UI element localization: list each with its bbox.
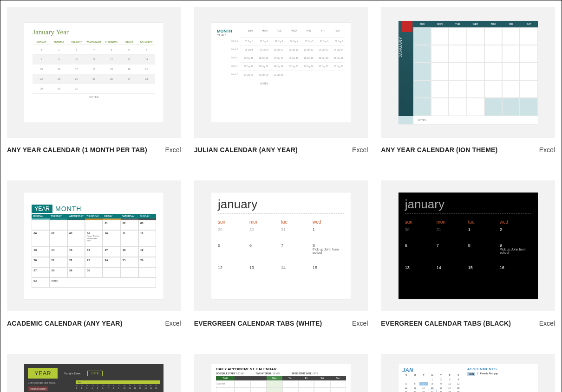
template-thumb: DAILY APPOINTMENT CALENDAR SCHEDULE STAR… [194,354,368,392]
notes-label: NOTES [413,116,538,124]
year-label: YEAR [32,205,52,213]
year-tab [402,21,412,32]
template-title: JULIAN CALENDAR (ANY YEAR) [194,146,298,154]
template-card-ion[interactable]: JANUARY SUNMONTUEWEDTHUFRISAT NOTES ANY … [381,7,555,173]
template-app: Excel [352,146,368,154]
template-card-any-year-1mo[interactable]: January Year SUNDAYMONDAYTUESDAYWEDNESDA… [7,7,181,173]
date-value: DATE [87,371,103,376]
month-label: JAN [402,367,463,373]
template-title: ANY YEAR CALENDAR (1 MONTH PER TAB) [7,146,147,154]
template-thumb: JAN SMTWTFS12345678910111213141516171819… [381,354,555,392]
template-app: Excel [165,146,181,154]
template-card-daily-appointment[interactable]: DAILY APPOINTMENT CALENDAR SCHEDULE STAR… [194,354,368,392]
template-card-any-year-custom[interactable]: YEAR Today's Date: DATE Enter calendar y… [7,354,181,392]
template-app: Excel [539,320,555,327]
template-thumb: January Year SUNDAYMONDAYTUESDAYWEDNESDA… [7,7,181,138]
month-label: MONTH [55,205,81,212]
enter-year-hint: Enter calendar year above. [28,381,67,384]
calendar-title: DAILY APPOINTMENT CALENDAR [216,367,346,371]
template-card-evergreen-white[interactable]: january sunmontuewed29303115678Pick up J… [194,180,368,347]
year-label: YEAR [217,33,243,37]
template-thumb: january sunmontuewed3031126789Pick up Jo… [381,180,555,311]
mini-month: Jan [76,380,160,384]
cal-title: january [405,197,531,212]
template-app: Excel [539,146,555,154]
template-thumb: january sunmontuewed29303115678Pick up J… [194,180,368,311]
template-grid: January Year SUNDAYMONDAYTUESDAYWEDNESDA… [7,7,555,392]
template-title: ACADEMIC CALENDAR (ANY YEAR) [7,320,123,327]
template-thumb: YEAR Today's Date: DATE Enter calendar y… [7,354,181,392]
template-app: Excel [352,320,368,327]
template-title: EVERGREEN CALENDAR TABS (WHITE) [194,320,322,327]
template-card-evergreen-black[interactable]: january sunmontuewed3031126789Pick up Jo… [381,180,555,347]
todays-date-label: Today's Date: [64,372,81,375]
important-dates-label: Important Dates [28,386,48,391]
template-thumb: YEAR MONTH MONDAYTUESDAYWEDNESDAYTHURSDA… [7,180,181,311]
template-card-julian[interactable]: MONTH YEAR SUNMONTUEWEDTHUFRISAT Week 10… [194,7,368,173]
template-thumb: JANUARY SUNMONTUEWEDTHUFRISAT NOTES [381,7,555,138]
template-app: Excel [165,320,181,327]
year-label: YEAR [28,368,57,379]
template-title: ANY YEAR CALENDAR (ION THEME) [381,146,497,154]
template-card-academic[interactable]: YEAR MONTH MONDAYTUESDAYWEDNESDAYTHURSDA… [7,180,181,347]
cal-title: january [218,197,344,212]
template-card-assignments[interactable]: JAN SMTWTFS12345678910111213141516171819… [381,354,555,392]
cal-title: January Year [33,28,155,36]
month-label: JANUARY [399,37,403,57]
month-label: MONTH [217,29,243,34]
template-thumb: MONTH YEAR SUNMONTUEWEDTHUFRISAT Week 10… [194,7,368,138]
template-title: EVERGREEN CALENDAR TABS (BLACK) [381,320,511,327]
assignments-header: ASSIGNMENTS [467,367,534,371]
